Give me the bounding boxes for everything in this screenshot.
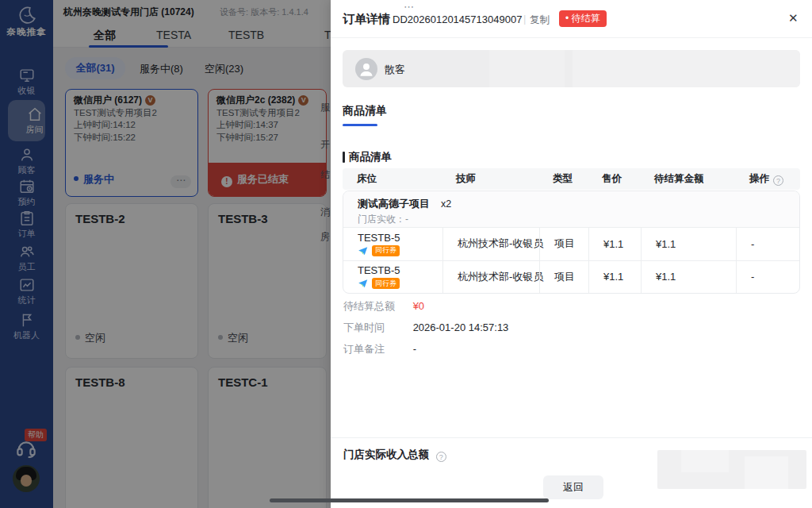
summary-order-time: 下单时间 2026-01-20 14:57:13: [343, 321, 508, 335]
group-received: 门店实收：-: [358, 213, 799, 226]
coupon-badge: 同行券: [372, 245, 400, 256]
customer-avatar: [355, 58, 377, 80]
tab-underline: [343, 124, 377, 126]
group-qty: x2: [441, 198, 451, 210]
badge-dot: •: [565, 13, 569, 24]
col-technician: 技师: [442, 172, 538, 186]
col-price: 售价: [588, 172, 640, 186]
received-value: -: [405, 214, 408, 225]
badge-text: 待结算: [572, 13, 600, 24]
order-number: DD20260120145713049007: [393, 13, 522, 25]
horizontal-scrollbar[interactable]: [270, 498, 549, 502]
col-bed: 床位: [343, 172, 442, 186]
col-pending-amount: 待结算金额: [640, 172, 735, 186]
help-icon[interactable]: ?: [773, 175, 783, 186]
action-cell: -: [736, 228, 800, 260]
footer-divider: [331, 437, 812, 438]
summary-value: ¥0: [413, 300, 424, 312]
customer-name: 散客: [385, 63, 405, 77]
app-screen: 奈晚推拿 收银 房间 顾客 预约 订: [0, 0, 812, 508]
bed-icons: 同行券: [358, 245, 400, 256]
help-icon[interactable]: ?: [436, 452, 446, 462]
summary-order-note: 订单备注 -: [343, 342, 416, 356]
redacted-patch: [573, 50, 800, 87]
group-header: 测试高德子项目x2 门店实收：-: [343, 191, 799, 227]
section-title: 商品清单: [349, 150, 392, 164]
order-item-group: 测试高德子项目x2 门店实收：- TESTB-5 同行券 杭州技术部-收银员 项…: [343, 190, 800, 294]
redacted-patch: [681, 450, 729, 472]
status-badge-pending: • 待结算: [559, 10, 607, 27]
coupon-badge: 同行券: [372, 278, 400, 289]
copy-button[interactable]: 复制: [530, 13, 550, 27]
bed-icons: 同行券: [358, 278, 400, 289]
type-cell: 项目: [539, 228, 588, 260]
group-name: 测试高德子项目: [358, 198, 430, 210]
table-header: 床位 技师 类型 售价 待结算金额 操作?: [343, 168, 800, 190]
bed-cell: TESTB-5 同行券: [343, 228, 442, 260]
summary-value: -: [413, 343, 416, 355]
bed-cell: TESTB-5 同行券: [343, 261, 442, 294]
price-cell: ¥1.1: [588, 261, 641, 294]
back-button[interactable]: 返回: [543, 475, 603, 499]
panel-title: 订单详情: [343, 12, 390, 27]
action-cell: -: [736, 261, 800, 294]
customer-banner: 散客: [343, 50, 800, 87]
income-label-text: 门店实际收入总额: [343, 448, 429, 460]
tab-product-list[interactable]: 商品清单: [343, 104, 387, 118]
pending-cell: ¥1.1: [641, 261, 736, 294]
technician-cell: 杭州技术部-收银员: [442, 228, 539, 260]
bed-name: TESTB-5: [358, 232, 400, 244]
summary-label: 下单时间: [343, 321, 410, 335]
redacted-patch: [745, 456, 788, 489]
pending-cell: ¥1.1: [641, 228, 736, 260]
store-income-label: 门店实际收入总额 ?: [343, 448, 446, 462]
col-type: 类型: [538, 172, 588, 186]
redacted-patch: [489, 50, 565, 87]
table-row: TESTB-5 同行券 杭州技术部-收银员 项目 ¥1.1 ¥1.1 -: [343, 227, 799, 260]
section-bar: [343, 152, 345, 163]
summary-value: 2026-01-20 14:57:13: [413, 321, 509, 333]
table-row: TESTB-5 同行券 杭州技术部-收银员 项目 ¥1.1 ¥1.1 -: [343, 260, 799, 294]
technician-cell: 杭州技术部-收银员: [442, 261, 539, 294]
price-cell: ¥1.1: [588, 228, 641, 260]
col-actions-text: 操作: [749, 173, 769, 184]
bed-name: TESTB-5: [358, 264, 400, 276]
close-icon[interactable]: ✕: [788, 11, 799, 25]
paper-plane-icon: [358, 278, 369, 289]
modal-dim-overlay: [0, 0, 331, 508]
more-dots: ⋯: [404, 1, 415, 13]
order-details-panel: 订单详情 ⋯ DD20260120145713049007 | 复制 • 待结算…: [331, 0, 812, 508]
separator-pipe: |: [523, 13, 526, 25]
summary-pending-total: 待结算总额 ¥0: [343, 299, 424, 314]
paper-plane-icon: [358, 245, 369, 256]
summary-label: 订单备注: [343, 342, 410, 356]
received-label: 门店实收：: [358, 214, 405, 225]
summary-label: 待结算总额: [343, 299, 410, 314]
panel-header: 订单详情 ⋯ DD20260120145713049007 | 复制 • 待结算…: [331, 0, 812, 38]
person-icon: [355, 58, 377, 80]
col-actions: 操作?: [735, 172, 800, 186]
type-cell: 项目: [539, 261, 588, 294]
redacted-area: [657, 450, 806, 489]
